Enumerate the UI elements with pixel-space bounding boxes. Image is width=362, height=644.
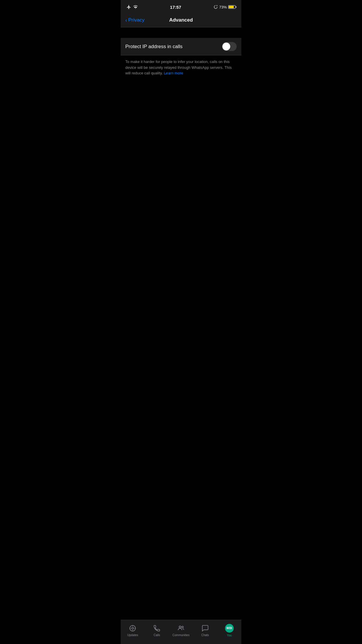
status-time: 17:57 [170,5,181,10]
lock-rotation-icon [214,5,218,9]
status-left-icons [126,5,138,9]
protect-ip-section: Protect IP address in calls [121,38,241,55]
wifi-icon [133,5,138,9]
battery-percent: 73% [219,5,227,9]
protect-ip-label: Protect IP address in calls [125,44,182,50]
battery-icon [228,5,236,9]
section-spacer [121,27,241,38]
protect-ip-row: Protect IP address in calls [121,38,241,55]
nav-header: ‹ Privacy Advanced [121,13,241,27]
description-area: To make it harder for people to infer yo… [121,55,241,82]
protect-ip-toggle[interactable] [222,42,237,51]
back-label: Privacy [128,17,145,23]
back-button[interactable]: ‹ Privacy [125,17,145,23]
airplane-icon [126,5,131,9]
page-title: Advanced [169,17,193,23]
toggle-knob [222,43,230,50]
content-area: Protect IP address in calls To make it h… [121,27,241,82]
description-text: To make it harder for people to infer yo… [125,59,237,76]
back-chevron-icon: ‹ [125,18,127,23]
status-right-icons: 73% [214,5,236,9]
battery-fill [229,6,234,8]
learn-more-link[interactable]: Learn more [164,71,183,75]
status-bar: 17:57 73% [121,0,241,13]
